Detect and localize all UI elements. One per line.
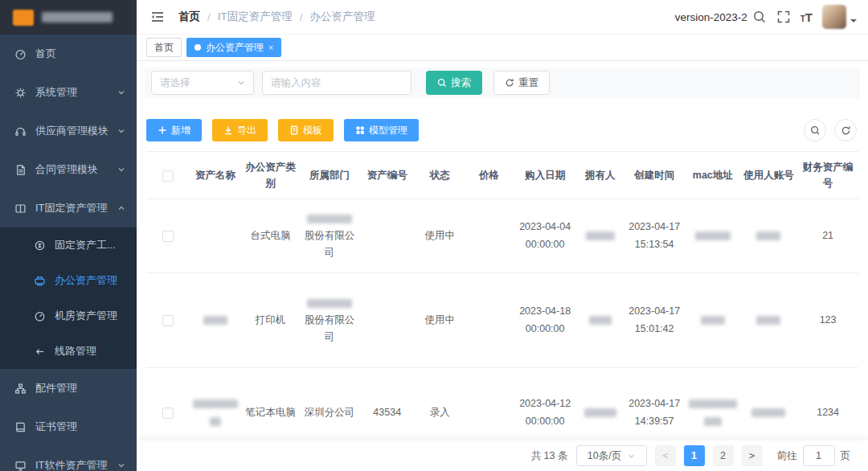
chevron-down-icon — [117, 461, 125, 469]
breadcrumb-section[interactable]: IT固定资产管理 — [218, 10, 293, 24]
row-checkbox[interactable] — [162, 231, 174, 242]
sidebar-item-certificates[interactable]: 证书管理 — [0, 408, 137, 446]
redacted-text — [307, 215, 352, 223]
cell-account — [740, 199, 798, 273]
sidebar-item-line-management[interactable]: 线路管理 — [0, 334, 137, 369]
add-button-label: 新增 — [171, 124, 190, 137]
row-checkbox[interactable] — [162, 408, 174, 419]
sidebar-item-system[interactable]: 系统管理 — [0, 73, 137, 112]
row-checkbox[interactable] — [162, 315, 174, 326]
sidebar-item-label: 线路管理 — [55, 344, 125, 358]
col-header-status: 状态 — [414, 152, 465, 199]
chevron-down-icon — [237, 79, 245, 87]
gear-icon — [14, 87, 27, 99]
sidebar-item-label: 固定资产工... — [55, 238, 125, 252]
filter-field-select[interactable]: 请选择 — [151, 71, 254, 95]
font-size-icon[interactable]: TT — [800, 10, 813, 24]
grid-icon — [355, 125, 365, 135]
table-row[interactable]: 台式电脑 股份有限公司 使用中 2023-04-04 00:00:00 2023… — [146, 199, 858, 273]
sidebar-item-parts[interactable]: 配件管理 — [0, 369, 137, 408]
avatar[interactable] — [822, 5, 846, 29]
sidebar-item-home[interactable]: 首页 — [0, 35, 137, 73]
search-input[interactable] — [262, 71, 411, 95]
fullscreen-icon[interactable] — [776, 10, 791, 24]
plus-icon — [158, 125, 167, 135]
download-icon — [223, 125, 233, 135]
table-row[interactable]: 打印机 股份有限公司 使用中 2023-04-18 00:00:00 2023-… — [146, 273, 858, 368]
table-refresh-button[interactable] — [834, 119, 857, 141]
sidebar-item-it-software-assets[interactable]: IT软件资产管理 — [0, 446, 137, 471]
header-actions: version-2023-2 TT — [675, 5, 857, 29]
breadcrumb-home[interactable]: 首页 — [178, 10, 200, 24]
col-header-price: 价格 — [465, 152, 513, 199]
header-checkbox-cell — [146, 152, 189, 199]
cell-price — [465, 199, 513, 273]
main-area: 首页 / IT固定资产管理 / 办公资产管理 version-2023-2 TT… — [137, 0, 868, 471]
cell-code — [360, 199, 415, 273]
sidebar-item-fixed-asset-work[interactable]: 固定资产工... — [0, 227, 137, 263]
col-header-category: 办公资产类别 — [242, 152, 300, 199]
col-header-code: 资产编号 — [360, 152, 415, 199]
close-icon[interactable]: × — [268, 43, 273, 52]
chevron-up-icon — [117, 204, 125, 212]
template-button[interactable]: 模板 — [278, 119, 334, 141]
add-button[interactable]: 新增 — [146, 119, 202, 141]
sidebar-collapse-icon[interactable] — [149, 9, 166, 25]
cell-category: 打印机 — [242, 273, 300, 368]
sidebar-item-contract[interactable]: 合同管理模块 — [0, 150, 137, 189]
sidebar-item-label: 首页 — [35, 47, 125, 61]
redacted-text — [203, 316, 227, 325]
search-button-label: 搜索 — [451, 76, 471, 90]
tab-home[interactable]: 首页 — [146, 38, 182, 57]
tab-label: 办公资产管理 — [206, 41, 264, 55]
redacted-text — [193, 399, 238, 408]
headset-icon — [14, 125, 27, 137]
arrow-left-icon — [34, 346, 46, 358]
cell-price — [465, 273, 513, 368]
document-icon — [14, 164, 27, 176]
redacted-text — [756, 231, 780, 240]
sidebar-item-label: IT软件资产管理 — [35, 458, 108, 471]
prev-page-button[interactable]: < — [655, 445, 676, 466]
search-button[interactable]: 搜索 — [426, 71, 482, 95]
select-all-checkbox[interactable] — [162, 170, 174, 182]
page-button-1[interactable]: 1 — [684, 445, 705, 466]
tab-office-assets[interactable]: 办公资产管理 × — [186, 38, 281, 57]
goto-label: 前往 — [777, 449, 797, 463]
template-button-label: 模板 — [303, 124, 322, 137]
col-header-finance: 财务资产编号 — [797, 152, 858, 199]
refresh-icon — [841, 125, 851, 136]
sitemap-icon — [14, 383, 27, 395]
col-header-mac: mac地址 — [686, 152, 740, 199]
breadcrumb-page: 办公资产管理 — [310, 10, 375, 24]
page-button-2[interactable]: 2 — [713, 445, 734, 466]
cell-purchase: 2023-04-04 00:00:00 — [513, 199, 577, 273]
cell-code — [360, 273, 415, 368]
goto-page-input[interactable] — [803, 445, 835, 466]
search-icon — [437, 78, 447, 88]
model-management-button[interactable]: 模型管理 — [344, 119, 419, 141]
sidebar-item-office-assets[interactable]: 办公资产管理 — [0, 263, 137, 298]
sidebar-item-server-room-assets[interactable]: 机房资产管理 — [0, 298, 137, 334]
sidebar-item-supplier[interactable]: 供应商管理模块 — [0, 112, 137, 150]
col-header-created: 创建时间 — [623, 152, 686, 199]
sidebar-item-label: 证书管理 — [35, 420, 125, 434]
page-size-select[interactable]: 10条/页 — [576, 445, 647, 466]
tab-bar: 首页 办公资产管理 × — [137, 35, 868, 61]
sidebar-item-it-fixed-assets[interactable]: IT固定资产管理 — [0, 189, 137, 227]
sidebar-item-label: 办公资产管理 — [55, 273, 125, 288]
next-page-button[interactable]: > — [742, 445, 763, 466]
book-icon — [14, 421, 27, 433]
reset-button[interactable]: 重置 — [493, 71, 550, 95]
table-tools — [804, 119, 857, 141]
chevron-down-icon — [628, 453, 635, 460]
goto-page: 前往 页 — [777, 445, 851, 466]
export-button[interactable]: 导出 — [212, 119, 268, 141]
table-search-toggle-button[interactable] — [804, 119, 826, 141]
search-icon[interactable] — [752, 10, 767, 24]
cell-account — [740, 273, 798, 368]
breadcrumb-separator: / — [207, 11, 211, 23]
cell-name — [189, 273, 241, 368]
user-menu[interactable] — [822, 5, 857, 29]
reset-button-label: 重置 — [518, 76, 538, 90]
